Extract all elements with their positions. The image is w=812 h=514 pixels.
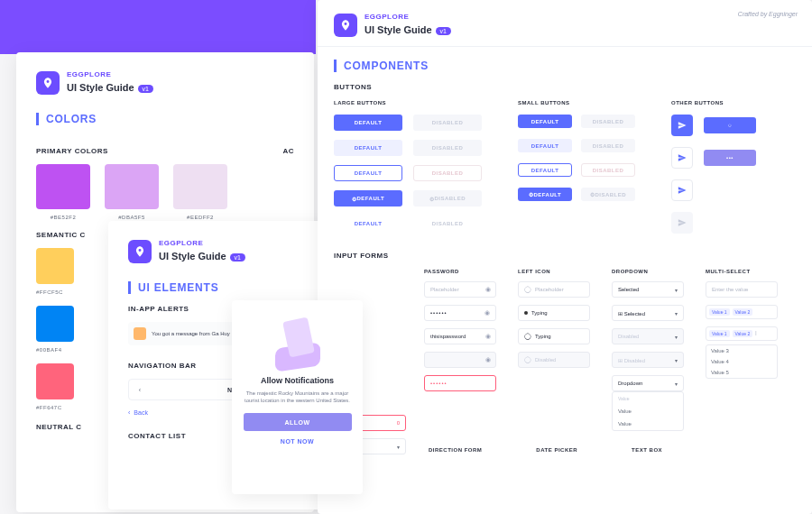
btn-lg-icon-default[interactable]: ⚙ DEFAULT bbox=[334, 190, 402, 207]
btn-circle[interactable]: ○ bbox=[704, 117, 756, 133]
dropdown-option[interactable]: Value bbox=[613, 405, 683, 418]
caret-down-icon: ▾ bbox=[675, 381, 678, 387]
caret-down-icon: ▾ bbox=[675, 334, 678, 340]
password-typing[interactable]: ••••••◉ bbox=[424, 305, 496, 321]
chip-value1[interactable]: Value 1 bbox=[709, 330, 730, 337]
circle-icon: ◯ bbox=[524, 286, 531, 293]
version-pill: v1 bbox=[138, 85, 153, 93]
btn-sm-outline[interactable]: DEFAULT bbox=[518, 163, 572, 177]
primary-colors-title: PRIMARY COLORS bbox=[36, 147, 108, 155]
lefticon-placeholder[interactable]: ◯Placeholder bbox=[518, 281, 590, 298]
btn-lg-ghost[interactable]: DEFAULT bbox=[334, 216, 402, 232]
btn-sm-disabled: DISABLED bbox=[581, 115, 635, 128]
alert-text: You got a message from Ga Huy bbox=[152, 331, 230, 336]
small-buttons-title: SMALL BUTTONS bbox=[518, 100, 635, 106]
lefticon-disabled: ◯Disabled bbox=[518, 352, 590, 368]
btn-lg-disabled-out: DISABLED bbox=[413, 165, 482, 181]
allow-button[interactable]: ALLOW bbox=[244, 413, 352, 431]
btn-lg-icon-disabled: ⚙ DISABLED bbox=[413, 190, 482, 207]
password-error[interactable]: •••••• bbox=[424, 375, 496, 391]
btn-lg-default[interactable]: DEFAULT bbox=[334, 115, 402, 131]
multiselect-option[interactable]: Value 3 bbox=[706, 345, 777, 356]
password-col-title: PASSWORD bbox=[424, 269, 503, 274]
chip-value2[interactable]: Value 2 bbox=[733, 330, 753, 337]
nav-back-icon[interactable]: ‹ bbox=[129, 387, 151, 393]
btn-dots[interactable]: ••• bbox=[704, 150, 756, 166]
swatch-p1: #BE52F2 bbox=[36, 164, 90, 220]
logo-icon bbox=[36, 71, 60, 95]
lefticon-typing[interactable]: Typing bbox=[518, 305, 590, 321]
btn-sm-icon-default[interactable]: ⚙ DEFAULT bbox=[518, 188, 572, 201]
btn-sm-disabled-out: DISABLED bbox=[581, 163, 635, 177]
dropdown-col-title: DROPDOWN bbox=[612, 269, 691, 274]
date-picker-title: DATE PICKER bbox=[536, 447, 577, 453]
dropdown-selected-icon[interactable]: ⊞ Selected▾ bbox=[612, 305, 684, 321]
chip-value2[interactable]: Value 2 bbox=[733, 308, 753, 316]
brand-header-3: EGGPLORE UI Style Guidev1 bbox=[334, 7, 796, 42]
multiselect-col-title: MULTI-SELECT bbox=[706, 269, 785, 274]
btn-icon-send-disabled bbox=[671, 212, 693, 234]
dropdown-selected[interactable]: Selected▾ bbox=[612, 281, 684, 298]
password-placeholder[interactable]: Placeholder◉ bbox=[424, 281, 496, 298]
circle-icon: ◯ bbox=[524, 333, 531, 340]
swatch-p3: #EEDFF2 bbox=[173, 164, 227, 220]
btn-icon-send-outline-2[interactable] bbox=[671, 179, 693, 201]
dot-icon bbox=[524, 311, 528, 315]
btn-icon-send-outline[interactable] bbox=[671, 147, 693, 169]
password-disabled: ◉ bbox=[424, 352, 496, 368]
dropdown-list: Value Value Value bbox=[612, 391, 684, 431]
crafted-by: Crafted by Eggninger bbox=[738, 11, 798, 17]
dropdown-open-trigger[interactable]: Dropdown▾ bbox=[612, 375, 684, 391]
brand-name: EGGPLORE bbox=[67, 70, 153, 78]
multiselect-chips-2[interactable]: Value 1Value 2| bbox=[706, 326, 778, 341]
dropdown-list-header: Value bbox=[613, 392, 683, 405]
section-colors-title: COLORS bbox=[36, 113, 294, 125]
multiselect-chips-1[interactable]: Value 1Value 2 bbox=[706, 305, 778, 319]
chip-value1[interactable]: Value 1 bbox=[709, 308, 730, 316]
caret-down-icon: ▾ bbox=[675, 287, 678, 293]
eye-icon[interactable]: ◉ bbox=[485, 286, 491, 293]
btn-sm-default-light[interactable]: DEFAULT bbox=[518, 139, 572, 152]
password-filled[interactable]: thisispassword◉ bbox=[424, 328, 496, 344]
input-forms-title: INPUT FORMS bbox=[334, 252, 796, 260]
swatch-p2: #DBA5F5 bbox=[105, 164, 159, 220]
btn-lg-disabled-2: DISABLED bbox=[413, 140, 482, 156]
section-components-title: COMPONENTS bbox=[334, 60, 796, 72]
caret-down-icon: ▾ bbox=[675, 357, 678, 363]
caret-down-icon: ▾ bbox=[675, 310, 678, 317]
multiselect-placeholder[interactable]: Enter the value bbox=[706, 281, 778, 298]
multiselect-option[interactable]: Value 4 bbox=[706, 356, 777, 367]
caret-down-icon: ▾ bbox=[397, 444, 400, 450]
multiselect-option[interactable]: Value 5 bbox=[706, 367, 777, 378]
brand-header: EGGPLORE UI Style Guidev1 bbox=[36, 65, 294, 100]
eye-icon: ◉ bbox=[485, 356, 491, 363]
btn-lg-default-light[interactable]: DEFAULT bbox=[334, 140, 402, 156]
direction-form-title: DIRECTION FORM bbox=[429, 447, 482, 453]
btn-lg-outline[interactable]: DEFAULT bbox=[334, 165, 402, 181]
notification-modal: Allow Notifications The majestic Rocky M… bbox=[232, 300, 363, 494]
components-card: EGGPLORE UI Style Guidev1 Crafted by Egg… bbox=[318, 0, 812, 514]
buttons-title: BUTTONS bbox=[334, 83, 796, 91]
btn-lg-ghost-disabled: DISABLED bbox=[413, 216, 482, 232]
btn-icon-send[interactable] bbox=[671, 115, 693, 136]
lefticon-typing-2[interactable]: ◯Typing bbox=[518, 328, 590, 344]
large-buttons-title: LARGE BUTTONS bbox=[334, 100, 482, 106]
logo-icon bbox=[128, 240, 152, 263]
multiselect-list: Value 3 Value 4 Value 5 bbox=[706, 344, 778, 379]
dropdown-option[interactable]: Value bbox=[613, 418, 683, 430]
btn-lg-disabled: DISABLED bbox=[413, 115, 482, 131]
ac-title: AC bbox=[282, 147, 294, 155]
other-buttons-title: OTHER BUTTONS bbox=[671, 100, 756, 106]
eye-icon[interactable]: ◉ bbox=[484, 309, 491, 317]
circle-icon: ◯ bbox=[524, 356, 531, 363]
dropdown-disabled-icon: ⊞ Disabled▾ bbox=[612, 352, 684, 368]
btn-sm-icon-disabled: ⚙ DISABLED bbox=[581, 188, 635, 201]
btn-sm-default[interactable]: DEFAULT bbox=[518, 115, 572, 128]
btn-sm-disabled-2: DISABLED bbox=[581, 139, 635, 152]
eye-icon[interactable]: ◉ bbox=[485, 333, 491, 340]
lefticon-col-title: LEFT ICON bbox=[518, 269, 597, 274]
notification-illustration bbox=[266, 315, 329, 369]
not-now-button[interactable]: NOT NOW bbox=[241, 438, 354, 445]
chevron-left-icon: ‹ bbox=[128, 409, 130, 416]
notif-text: The majestic Rocky Mountains are a major… bbox=[241, 390, 354, 405]
